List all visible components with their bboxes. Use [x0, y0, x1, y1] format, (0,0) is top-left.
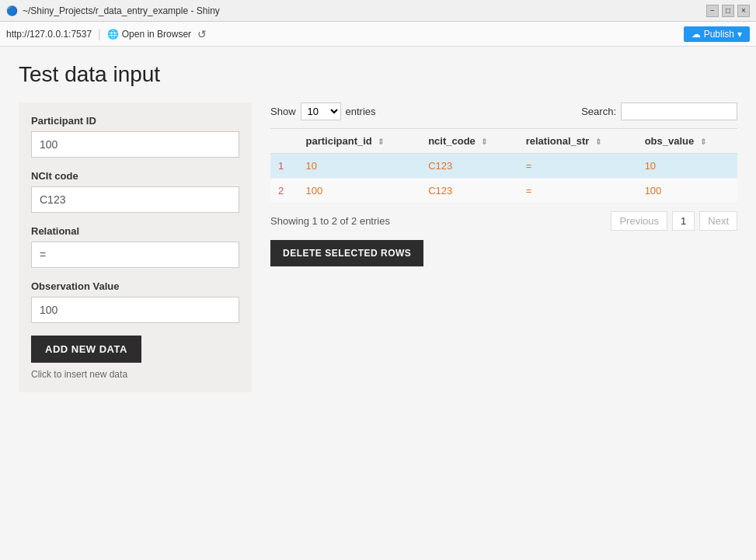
page-title: Test data input	[19, 62, 737, 87]
relational-input[interactable]	[31, 242, 239, 268]
show-label: Show	[270, 106, 296, 117]
row-number[interactable]: 2	[270, 179, 298, 203]
cell-relational_str: =	[518, 154, 637, 179]
delete-selected-rows-button[interactable]: DELETE SELECTED ROWS	[270, 240, 423, 266]
title-bar-left: 🔵 ~/Shiny_Projects/r_data_entry_example …	[6, 5, 220, 16]
browser-icon: 🌐	[107, 29, 119, 40]
app-container: Test data input Participant ID NCIt code…	[0, 47, 756, 560]
table-header: participant_id ⇕ ncit_code ⇕ relational_…	[270, 129, 737, 154]
table-controls: Show 10 25 50 100 entries Search:	[270, 103, 737, 120]
publish-button[interactable]: ☁ Publish ▾	[684, 26, 750, 42]
obs-value-label: Observation Value	[31, 280, 239, 292]
window-title: ~/Shiny_Projects/r_data_entry_example - …	[23, 5, 220, 16]
data-table: participant_id ⇕ ncit_code ⇕ relational_…	[270, 128, 737, 203]
obs-value-group: Observation Value	[31, 280, 239, 323]
cell-obs_value: 10	[637, 154, 737, 179]
sort-icon-obs: ⇕	[700, 137, 706, 146]
cell-ncit_code: C123	[420, 179, 518, 203]
show-entries-select[interactable]: 10 25 50 100	[301, 103, 341, 120]
open-in-browser-button[interactable]: 🌐 Open in Browser	[107, 29, 191, 40]
showing-text: Showing 1 to 2 of 2 entries	[270, 215, 390, 227]
next-button[interactable]: Next	[699, 211, 737, 231]
add-new-data-button[interactable]: ADD NEW DATA	[31, 336, 141, 363]
main-layout: Participant ID NCIt code Relational Obse…	[19, 103, 737, 392]
col-relational-str[interactable]: relational_str ⇕	[518, 129, 637, 154]
ncit-code-input[interactable]	[31, 186, 239, 213]
left-panel: Participant ID NCIt code Relational Obse…	[19, 103, 252, 392]
ncit-code-group: NCIt code	[31, 170, 239, 213]
cell-obs_value: 100	[637, 179, 737, 203]
sort-icon-ncit: ⇕	[481, 137, 487, 146]
table-body: 110C123=102100C123=100	[270, 154, 737, 203]
address-bar: http://127.0.0.1:7537 | 🌐 Open in Browse…	[0, 22, 756, 47]
close-button[interactable]: ×	[737, 5, 750, 17]
table-row[interactable]: 2100C123=100	[270, 179, 737, 203]
page-content: Test data input Participant ID NCIt code…	[0, 47, 756, 560]
relational-label: Relational	[31, 225, 239, 237]
col-ncit-code[interactable]: ncit_code ⇕	[420, 129, 518, 154]
cell-ncit_code: C123	[420, 154, 518, 179]
maximize-button[interactable]: □	[722, 5, 734, 17]
search-label: Search:	[581, 106, 616, 117]
ncit-code-label: NCIt code	[31, 170, 239, 182]
relational-group: Relational	[31, 225, 239, 268]
current-page: 1	[672, 211, 695, 231]
publish-icon: ☁	[692, 29, 701, 40]
show-entries-group: Show 10 25 50 100 entries	[270, 103, 376, 120]
app-icon: 🔵	[6, 5, 18, 16]
cell-relational_str: =	[518, 179, 637, 203]
header-row: participant_id ⇕ ncit_code ⇕ relational_…	[270, 129, 737, 154]
sort-icon-relational: ⇕	[595, 137, 601, 146]
search-input[interactable]	[621, 103, 737, 120]
col-obs-value[interactable]: obs_value ⇕	[637, 129, 737, 154]
minimize-button[interactable]: −	[706, 5, 719, 17]
participant-id-label: Participant ID	[31, 115, 239, 127]
search-group: Search:	[581, 103, 737, 120]
sort-icon-participant: ⇕	[378, 137, 384, 146]
title-bar: 🔵 ~/Shiny_Projects/r_data_entry_example …	[0, 0, 756, 22]
table-footer: Showing 1 to 2 of 2 entries Previous 1 N…	[270, 211, 737, 231]
participant-id-group: Participant ID	[31, 115, 239, 158]
pagination: Previous 1 Next	[611, 211, 737, 231]
separator: |	[98, 28, 101, 40]
cell-participant_id: 10	[298, 154, 421, 179]
title-bar-controls[interactable]: − □ ×	[706, 5, 750, 17]
participant-id-input[interactable]	[31, 131, 239, 158]
previous-button[interactable]: Previous	[611, 211, 667, 231]
col-participant-id[interactable]: participant_id ⇕	[298, 129, 421, 154]
right-panel: Show 10 25 50 100 entries Search:	[270, 103, 737, 266]
refresh-icon[interactable]: ↺	[197, 28, 207, 40]
col-row-num	[270, 129, 298, 154]
publish-dropdown-icon: ▾	[737, 29, 742, 40]
row-number[interactable]: 1	[270, 154, 298, 179]
entries-label: entries	[346, 106, 376, 117]
obs-value-input[interactable]	[31, 297, 239, 323]
address-text: http://127.0.0.1:7537	[6, 29, 92, 40]
table-row[interactable]: 110C123=10	[270, 154, 737, 179]
hint-text: Click to insert new data	[31, 369, 239, 380]
cell-participant_id: 100	[298, 179, 421, 203]
